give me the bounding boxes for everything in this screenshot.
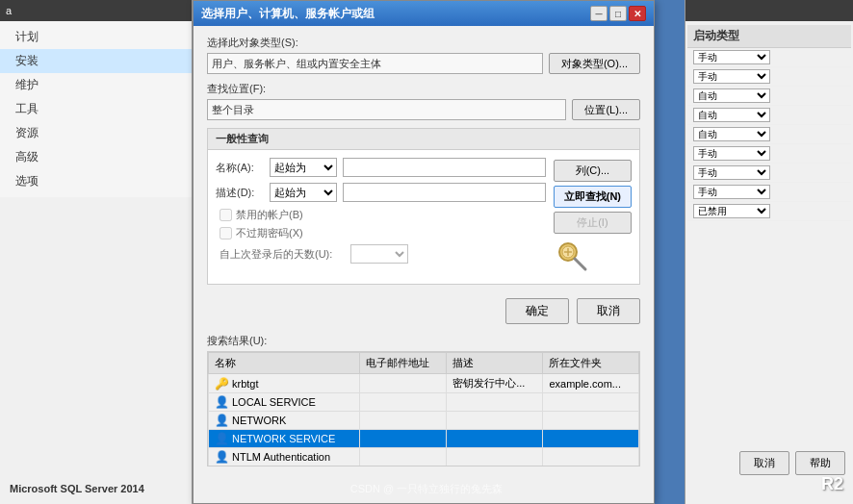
startup-rows: 手动手动自动自动自动手动手动手动已禁用 [687, 48, 851, 221]
startup-row: 手动 [687, 48, 851, 67]
col-button[interactable]: 列(C)... [554, 160, 632, 182]
disabled-checkbox-row: 禁用的帐户(B) [216, 208, 546, 222]
user-icon: 👤 [215, 395, 229, 409]
startup-row: 自动 [687, 87, 851, 106]
left-sidebar: 计划 安装 维护 工具 资源 高级 选项 [0, 21, 192, 197]
startup-type-select[interactable]: 自动 [693, 108, 770, 122]
sidebar-label-plan: 计划 [15, 29, 39, 45]
table-row[interactable]: 👥Other Organization [209, 466, 639, 467]
sidebar-item-maintain[interactable]: 维护 [0, 73, 192, 97]
table-row[interactable]: 👤NETWORK [209, 412, 639, 430]
desc-label: 描述(D): [216, 186, 264, 200]
startup-type-select[interactable]: 自动 [693, 127, 770, 141]
name-label: 名称(A): [216, 161, 264, 175]
search-icon [554, 238, 592, 276]
cell-email [360, 448, 447, 466]
object-type-input[interactable] [207, 53, 543, 74]
location-label: 查找位置(F): [207, 82, 640, 96]
startup-type-select[interactable]: 手动 [693, 185, 770, 199]
cell-folder [543, 430, 639, 448]
query-section-body: 名称(A): 起始为 描述(D): 起始为 [208, 150, 639, 284]
user-icon: 👤 [215, 414, 229, 427]
startup-type-select[interactable]: 手动 [693, 69, 770, 84]
noexpiry-checkbox[interactable] [220, 227, 232, 239]
user-icon: 👤 [215, 450, 229, 464]
object-type-button[interactable]: 对象类型(O)... [549, 53, 640, 74]
cancel-button[interactable]: 取消 [577, 298, 640, 324]
cell-email [360, 374, 447, 393]
location-row: 位置(L)... [207, 99, 640, 120]
cell-name: 🔑krbtgt [209, 374, 360, 393]
minimize-button[interactable]: ─ [590, 6, 607, 21]
table-row[interactable]: 👤NTLM Authentication [209, 448, 639, 466]
results-table-container[interactable]: 名称 电子邮件地址 描述 所在文件夹 🔑krbtgt密钥发行中心...examp… [207, 351, 640, 466]
table-row[interactable]: 🔑krbtgt密钥发行中心...example.com... [209, 374, 639, 393]
location-button[interactable]: 位置(L)... [572, 99, 640, 120]
query-section-header: 一般性查询 [208, 129, 639, 150]
dialog-titlebar: 选择用户、计算机、服务帐户或组 ─ □ ✕ [194, 1, 654, 26]
cell-desc: 密钥发行中心... [447, 374, 543, 393]
cell-name: 👤NETWORK SERVICE [209, 430, 360, 448]
noexpiry-checkbox-label: 不过期密码(X) [236, 226, 303, 240]
sidebar-label-resources: 资源 [15, 125, 39, 141]
startup-row: 手动 [687, 67, 851, 87]
sidebar-item-resources[interactable]: 资源 [0, 121, 192, 145]
col-desc: 描述 [447, 353, 543, 374]
startup-type-select[interactable]: 手动 [693, 146, 770, 161]
sidebar-label-advanced: 高级 [15, 149, 39, 165]
startup-type-select[interactable]: 手动 [693, 50, 770, 64]
startup-type-select[interactable]: 自动 [693, 88, 770, 103]
sidebar-label-maintain: 维护 [15, 77, 39, 93]
svg-line-2 [575, 259, 585, 269]
r2-label: R2 [821, 474, 843, 494]
table-row[interactable]: 👤LOCAL SERVICE [209, 393, 639, 412]
disabled-checkbox-label: 禁用的帐户(B) [236, 208, 303, 222]
disabled-checkbox[interactable] [220, 209, 232, 221]
object-type-group: 选择此对象类型(S): 对象类型(O)... [207, 36, 640, 74]
desc-row: 描述(D): 起始为 [216, 183, 546, 202]
cancel-button-right[interactable]: 取消 [739, 451, 789, 475]
startup-row: 手动 [687, 183, 851, 202]
close-button[interactable]: ✕ [629, 6, 646, 21]
query-buttons: 列(C)... 立即查找(N) 停止(I) [554, 158, 632, 276]
days-select[interactable] [350, 244, 408, 264]
desc-select[interactable]: 起始为 [270, 183, 337, 202]
startup-type-select[interactable]: 已禁用 [693, 204, 770, 218]
cell-name: 👤NTLM Authentication [209, 448, 360, 466]
cell-desc [447, 393, 543, 412]
find-button[interactable]: 立即查找(N) [554, 186, 632, 208]
sidebar-item-install[interactable]: 安装 [0, 49, 192, 73]
cell-desc [447, 412, 543, 430]
sidebar-item-options[interactable]: 选项 [0, 169, 192, 193]
cell-email [360, 430, 447, 448]
sidebar-item-tools[interactable]: 工具 [0, 97, 192, 121]
table-header-row: 名称 电子邮件地址 描述 所在文件夹 [209, 353, 639, 374]
user-icon: 👤 [215, 432, 229, 445]
startup-type-select[interactable]: 手动 [693, 165, 770, 180]
results-table: 名称 电子邮件地址 描述 所在文件夹 🔑krbtgt密钥发行中心...examp… [208, 352, 639, 466]
table-row[interactable]: 👤NETWORK SERVICE [209, 430, 639, 448]
cell-folder [543, 466, 639, 467]
sidebar-item-advanced[interactable]: 高级 [0, 145, 192, 169]
name-input[interactable] [343, 158, 546, 177]
stop-button[interactable]: 停止(I) [554, 212, 632, 234]
col-name: 名称 [209, 353, 360, 374]
left-panel-title: a [6, 5, 12, 16]
query-body-inner: 名称(A): 起始为 描述(D): 起始为 [216, 158, 632, 276]
col-email: 电子邮件地址 [360, 353, 447, 374]
desc-input[interactable] [343, 183, 546, 202]
cell-name: 👤NETWORK [209, 412, 360, 430]
cell-folder: example.com... [543, 374, 639, 393]
name-select[interactable]: 起始为 [270, 158, 337, 177]
location-group: 查找位置(F): 位置(L)... [207, 82, 640, 120]
help-button-right[interactable]: 帮助 [795, 451, 845, 475]
confirm-button[interactable]: 确定 [505, 298, 569, 324]
dialog-content: 选择此对象类型(S): 对象类型(O)... 查找位置(F): 位置(L)...… [194, 26, 654, 476]
sidebar-item-plan[interactable]: 计划 [0, 25, 192, 49]
location-input[interactable] [207, 99, 566, 120]
left-panel: a 计划 安装 维护 工具 资源 高级 选项 Micr [0, 0, 193, 504]
startup-row: 手动 [687, 164, 851, 183]
results-tbody: 🔑krbtgt密钥发行中心...example.com...👤LOCAL SER… [209, 374, 639, 467]
maximize-button[interactable]: □ [609, 6, 627, 21]
cell-email [360, 466, 447, 467]
